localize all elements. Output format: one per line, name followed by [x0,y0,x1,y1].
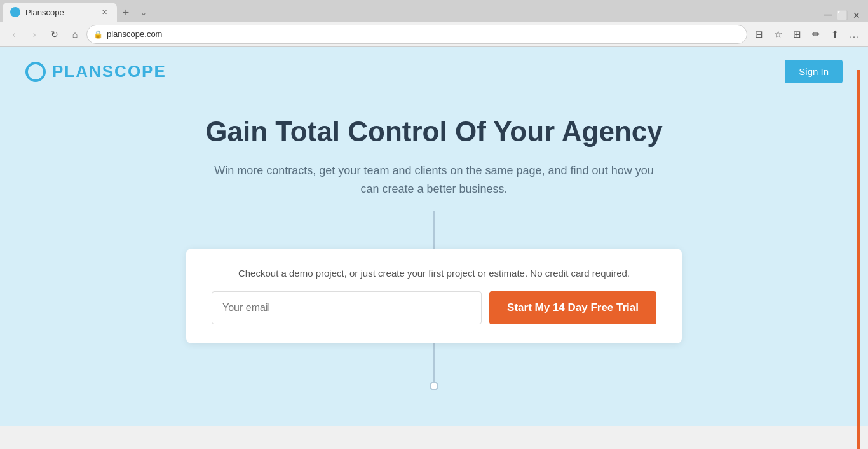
toolbar-right: ⊟ ☆ ⊞ ✏ ⬆ … [750,25,863,43]
back-button[interactable]: ‹ [5,25,23,43]
more-icon: … [850,29,859,39]
favorites-button[interactable]: ☆ [769,25,787,43]
timeline-dot [430,382,438,390]
collections-icon: ⊞ [793,29,801,40]
logo-circle [25,62,46,82]
new-tab-button[interactable]: + [117,4,135,22]
reader-view-icon: ⊟ [755,29,763,40]
site-header: PLANSCOPE Sign In [0,47,868,96]
tab-list-button[interactable]: ⌄ [135,4,153,22]
hero-title: Gain Total Control Of Your Agency [13,115,855,149]
tab-favicon [10,7,20,17]
address-bar-container[interactable]: 🔒 [86,25,747,44]
restore-button[interactable]: ⬜ [837,10,848,20]
reload-icon: ↻ [51,29,58,39]
page-content: PLANSCOPE Sign In Gain Total Control Of … [0,47,868,426]
vertical-line-top [433,211,435,249]
notes-icon: ✏ [812,29,820,40]
hero-section: Gain Total Control Of Your Agency Win mo… [0,96,868,198]
share-icon: ⬆ [831,29,839,40]
star-icon: ☆ [774,29,782,40]
home-icon: ⌂ [72,29,78,39]
vertical-line-bottom [433,343,435,382]
signin-button[interactable]: Sign In [785,60,843,83]
share-button[interactable]: ⬆ [826,25,844,43]
active-tab[interactable]: Planscope ✕ [3,3,117,22]
logo-text: PLANSCOPE [52,62,166,81]
collections-button[interactable]: ⊞ [788,25,806,43]
signup-form: Start My 14 Day Free Trial [212,291,656,324]
forward-button[interactable]: › [25,25,43,43]
reload-button[interactable]: ↻ [46,25,64,43]
browser-toolbar: ‹ › ↻ ⌂ 🔒 ⊟ ☆ ⊞ ✏ [0,22,868,47]
close-button[interactable]: ✕ [853,10,860,20]
email-input[interactable] [212,291,482,324]
signup-card-subtitle: Checkout a demo project, or just create … [212,268,656,279]
home-button[interactable]: ⌂ [66,25,84,43]
tab-bar: Planscope ✕ + ⌄ ─ ⬜ ✕ [0,0,868,22]
signup-card: Checkout a demo project, or just create … [186,249,682,343]
lock-icon: 🔒 [93,30,103,39]
hero-subtitle: Win more contracts, get your team and cl… [212,162,656,198]
notes-button[interactable]: ✏ [807,25,825,43]
tab-title: Planscope [25,8,64,17]
forward-icon: › [33,29,36,39]
tab-close-button[interactable]: ✕ [99,7,109,17]
reader-view-button[interactable]: ⊟ [750,25,768,43]
trial-button[interactable]: Start My 14 Day Free Trial [489,291,656,324]
logo-area: PLANSCOPE [25,62,166,82]
minimize-button[interactable]: ─ [824,8,832,22]
back-icon: ‹ [13,29,16,39]
address-input[interactable] [107,29,740,39]
browser-chrome: Planscope ✕ + ⌄ ─ ⬜ ✕ ‹ › ↻ ⌂ 🔒 [0,0,868,47]
more-button[interactable]: … [845,25,863,43]
orange-sidebar-accent [857,70,860,449]
